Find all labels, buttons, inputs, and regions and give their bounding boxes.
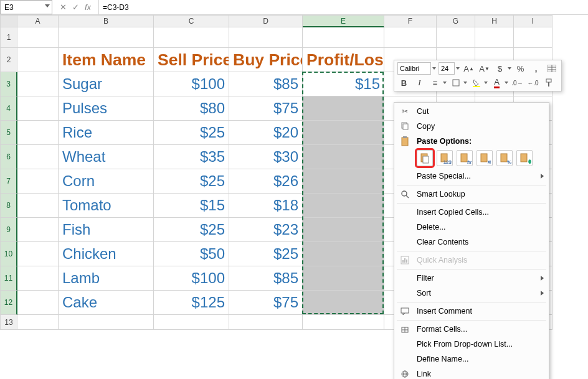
cell-A12[interactable]	[17, 291, 59, 315]
cell-E2[interactable]: Profit/Loss	[303, 48, 384, 72]
cell-E13[interactable]	[303, 315, 384, 330]
cell-B12[interactable]: Cake	[59, 291, 154, 315]
cell-B4[interactable]: Pulses	[59, 96, 154, 121]
cell-C12[interactable]: $125	[154, 291, 229, 315]
paste-option-formulas[interactable]: fx	[457, 150, 473, 166]
cell-D8[interactable]: $18	[229, 194, 303, 218]
row-header-10[interactable]: 10	[0, 242, 17, 266]
decrease-font-icon[interactable]: A▼	[478, 62, 491, 75]
cell-B11[interactable]: Lamb	[59, 266, 154, 291]
row-header-12[interactable]: 12	[0, 291, 17, 315]
row-header-4[interactable]: 4	[0, 96, 17, 121]
cell-D7[interactable]: $26	[229, 169, 303, 194]
cell-D12[interactable]: $75	[229, 291, 303, 315]
row-header-1[interactable]: 1	[0, 27, 17, 48]
cell-C7[interactable]: $25	[154, 169, 229, 194]
column-header-H[interactable]: H	[475, 15, 514, 27]
menu-filter[interactable]: Filter	[394, 271, 549, 286]
cell-C11[interactable]: $100	[154, 266, 229, 291]
chevron-down-icon[interactable]	[443, 82, 447, 84]
cell-B1[interactable]	[59, 27, 154, 48]
chevron-down-icon[interactable]	[505, 82, 508, 84]
name-box[interactable]: E3	[0, 0, 52, 14]
cell-A10[interactable]	[17, 242, 59, 266]
menu-insert-copied[interactable]: Insert Copied Cells...	[394, 205, 549, 220]
cell-B9[interactable]: Fish	[59, 218, 154, 242]
menu-clear-contents[interactable]: Clear Contents	[394, 235, 549, 250]
select-all-corner[interactable]	[0, 15, 17, 27]
font-color-icon[interactable]: A	[490, 77, 503, 89]
cell-E10[interactable]	[303, 242, 384, 266]
cell-H1[interactable]	[475, 27, 514, 48]
cell-C9[interactable]: $25	[154, 218, 229, 242]
chevron-down-icon[interactable]	[508, 67, 511, 70]
cell-B13[interactable]	[59, 315, 154, 330]
cell-G1[interactable]	[437, 27, 475, 48]
cell-E5[interactable]	[303, 121, 384, 145]
cell-A4[interactable]	[17, 96, 59, 121]
chevron-down-icon[interactable]	[484, 82, 488, 84]
font-family-input[interactable]	[397, 62, 431, 75]
cell-A9[interactable]	[17, 218, 59, 242]
menu-cut[interactable]: ✂ Cut	[394, 104, 549, 119]
cell-B6[interactable]: Wheat	[59, 145, 154, 169]
menu-link[interactable]: Link	[394, 367, 549, 379]
cell-B5[interactable]: Rice	[59, 121, 154, 145]
paste-option-paste[interactable]	[417, 150, 433, 166]
cell-E3[interactable]: $15	[303, 72, 384, 96]
cell-B2[interactable]: Item Name	[59, 48, 154, 72]
chevron-down-icon[interactable]	[432, 67, 436, 70]
comma-icon[interactable]: ,	[529, 62, 543, 75]
cell-C1[interactable]	[154, 27, 229, 48]
row-header-13[interactable]: 13	[0, 315, 17, 330]
cell-E11[interactable]	[303, 266, 384, 291]
cell-D1[interactable]	[229, 27, 303, 48]
paste-option-values[interactable]: 123	[437, 150, 453, 166]
row-header-7[interactable]: 7	[0, 169, 17, 194]
row-header-5[interactable]: 5	[0, 121, 17, 145]
cell-E1[interactable]	[303, 27, 384, 48]
paste-option-link[interactable]: ⬮	[516, 150, 533, 166]
cell-D10[interactable]: $25	[229, 242, 303, 266]
italic-button[interactable]: I	[413, 77, 426, 89]
cell-A13[interactable]	[17, 315, 59, 330]
menu-format-cells[interactable]: Format Cells...	[394, 322, 549, 337]
cell-A1[interactable]	[17, 27, 59, 48]
cell-D13[interactable]	[229, 315, 303, 330]
column-header-B[interactable]: B	[59, 15, 154, 27]
paste-option-transpose[interactable]: ⤭	[477, 150, 493, 166]
cell-A3[interactable]	[17, 72, 59, 96]
cell-E12[interactable]	[303, 291, 384, 315]
fx-icon[interactable]: fx	[82, 2, 93, 12]
menu-paste-special[interactable]: Paste Special...	[394, 169, 549, 184]
cell-C10[interactable]: $50	[154, 242, 229, 266]
column-header-F[interactable]: F	[384, 15, 437, 27]
table-icon[interactable]	[545, 62, 558, 75]
confirm-icon[interactable]: ✓	[70, 2, 81, 12]
bold-button[interactable]: B	[397, 77, 410, 89]
column-header-D[interactable]: D	[229, 15, 303, 27]
cell-D11[interactable]: $85	[229, 266, 303, 291]
menu-insert-comment[interactable]: Insert Comment	[394, 304, 549, 319]
row-header-9[interactable]: 9	[0, 218, 17, 242]
cell-B3[interactable]: Sugar	[59, 72, 154, 96]
cell-E8[interactable]	[303, 194, 384, 218]
menu-copy[interactable]: Copy	[394, 119, 549, 134]
cell-C6[interactable]: $35	[154, 145, 229, 169]
column-header-G[interactable]: G	[437, 15, 475, 27]
cell-E6[interactable]	[303, 145, 384, 169]
cell-B7[interactable]: Corn	[59, 169, 154, 194]
cell-C3[interactable]: $100	[154, 72, 229, 96]
cell-E7[interactable]	[303, 169, 384, 194]
cell-A6[interactable]	[17, 145, 59, 169]
cell-E9[interactable]	[303, 218, 384, 242]
cell-A11[interactable]	[17, 266, 59, 291]
cell-F1[interactable]	[384, 27, 437, 48]
menu-define-name[interactable]: Define Name...	[394, 352, 549, 367]
cell-D5[interactable]: $20	[229, 121, 303, 145]
increase-font-icon[interactable]: A▲	[462, 62, 475, 75]
border-icon[interactable]	[449, 77, 462, 89]
row-header-8[interactable]: 8	[0, 194, 17, 218]
cell-A8[interactable]	[17, 194, 59, 218]
cell-D3[interactable]: $85	[229, 72, 303, 96]
